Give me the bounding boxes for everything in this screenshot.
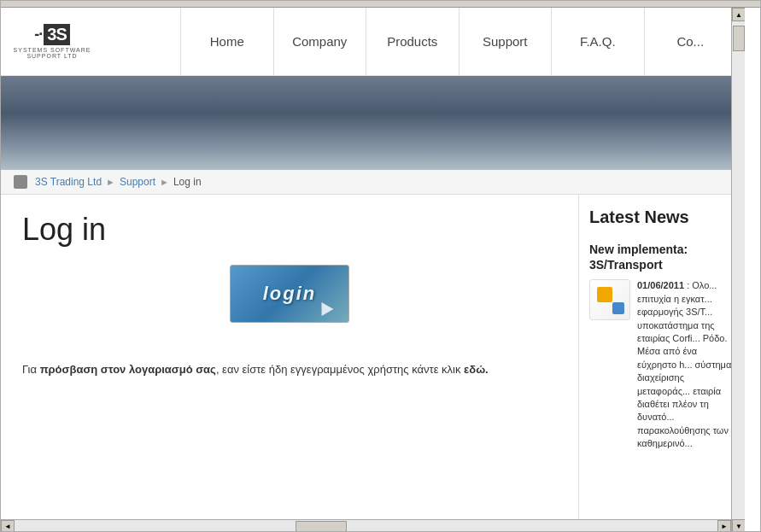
scroll-right-button[interactable]: ►	[717, 520, 731, 533]
logo-3s: 3S	[44, 24, 69, 45]
puzzle-yellow	[597, 287, 612, 302]
page-content: -· 3S SYSTEMS SOFTWARE SUPPORT LTD Home …	[1, 8, 745, 532]
scroll-track-vertical[interactable]	[732, 21, 745, 519]
logo-top: -· 3S	[34, 24, 69, 45]
page-title: Log in	[22, 212, 557, 248]
banner	[1, 76, 745, 170]
breadcrumb-current: Log in	[173, 176, 202, 188]
main-layout: Log in login Για πρόσβαση στον λογαριασμ…	[1, 195, 745, 532]
login-image-text: login	[263, 283, 317, 305]
nav: Home Company Products Support F.A.Q. Co.…	[180, 8, 736, 76]
cursor-icon	[316, 299, 334, 316]
breadcrumb-3s-trading[interactable]: 3S Trading Ltd	[35, 176, 102, 188]
scroll-left-button[interactable]: ◄	[1, 520, 15, 533]
breadcrumb: 3S Trading Ltd ► Support ► Log in	[1, 170, 745, 195]
logo-dash: -·	[34, 26, 42, 44]
login-image-container: login	[22, 265, 557, 344]
login-image: login	[230, 265, 349, 323]
news-image	[589, 279, 630, 320]
right-scrollbar[interactable]: ▲ ▼	[731, 8, 745, 532]
scroll-down-button[interactable]: ▼	[732, 519, 745, 532]
logo-area: -· 3S SYSTEMS SOFTWARE SUPPORT LTD	[9, 16, 180, 67]
nav-products[interactable]: Products	[366, 8, 459, 76]
scroll-thumb-horizontal[interactable]	[296, 521, 347, 533]
news-item-body: 01/06/2011 : Ολο... επιτυχία η εγκατ... …	[589, 279, 735, 450]
bottom-scrollbar[interactable]: ◄ ►	[1, 519, 731, 532]
scroll-up-button[interactable]: ▲	[732, 8, 745, 21]
nav-support[interactable]: Support	[459, 8, 552, 76]
login-text-middle: , εαν είστε ήδη εγγεγραμμένος χρήστης κά…	[216, 363, 464, 376]
news-body: : Ολο... επιτυχία η εγκατ... εφαρμογής 3…	[637, 280, 731, 448]
breadcrumb-icon	[14, 175, 27, 189]
right-sidebar: Latest News New implementa: 3S/Transport…	[578, 195, 745, 532]
puzzle-blue	[612, 302, 624, 314]
news-text: 01/06/2011 : Ολο... επιτυχία η εγκατ... …	[637, 279, 735, 450]
browser-window: -· 3S SYSTEMS SOFTWARE SUPPORT LTD Home …	[0, 0, 761, 532]
news-item-title: New implementa: 3S/Transport	[589, 242, 735, 272]
breadcrumb-sep-2: ►	[160, 177, 169, 187]
login-bold-text: πρόσβαση στον λογαριασμό σας	[40, 363, 216, 376]
nav-home[interactable]: Home	[180, 8, 273, 76]
latest-news-title: Latest News	[589, 208, 735, 231]
nav-company[interactable]: Company	[273, 8, 366, 76]
left-content: Log in login Για πρόσβαση στον λογαριασμ…	[1, 195, 578, 532]
breadcrumb-support[interactable]: Support	[120, 176, 155, 188]
login-link[interactable]: εδώ.	[464, 363, 489, 376]
login-text-before: Για	[22, 363, 40, 376]
scroll-track-horizontal[interactable]	[15, 520, 717, 533]
news-date: 01/06/2011	[637, 280, 684, 290]
logo-subtitle: SYSTEMS SOFTWARE SUPPORT LTD	[9, 47, 95, 59]
nav-more[interactable]: Co...	[644, 8, 737, 76]
login-paragraph: Για πρόσβαση στον λογαριασμό σας, εαν εί…	[22, 361, 557, 379]
nav-faq[interactable]: F.A.Q.	[551, 8, 644, 76]
logo: -· 3S SYSTEMS SOFTWARE SUPPORT LTD	[9, 16, 95, 67]
browser-bar	[1, 1, 760, 8]
scroll-thumb-vertical[interactable]	[733, 26, 745, 51]
header: -· 3S SYSTEMS SOFTWARE SUPPORT LTD Home …	[1, 8, 745, 76]
breadcrumb-sep-1: ►	[106, 177, 115, 187]
